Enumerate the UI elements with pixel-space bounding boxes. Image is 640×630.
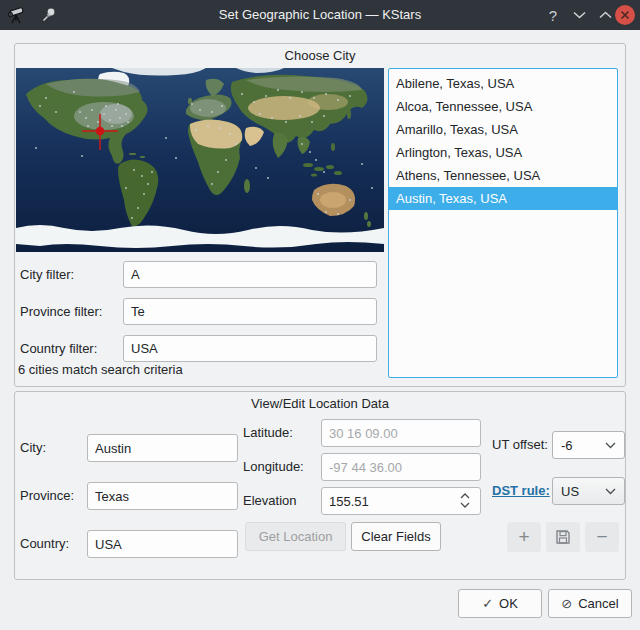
country-label: Country: — [20, 530, 69, 558]
help-button[interactable]: ? — [540, 0, 566, 30]
list-item[interactable]: Alcoa, Tennessee, USA — [389, 95, 617, 118]
city-input[interactable] — [87, 434, 238, 462]
clear-fields-button[interactable]: Clear Fields — [351, 522, 441, 551]
save-floppy-icon — [555, 529, 571, 545]
save-city-button[interactable] — [546, 522, 580, 552]
country-input[interactable] — [87, 530, 238, 558]
close-icon — [615, 5, 635, 25]
list-item[interactable]: Arlington, Texas, USA — [389, 141, 617, 164]
add-city-button[interactable]: + — [507, 522, 541, 552]
province-input[interactable] — [87, 482, 238, 510]
remove-city-button[interactable]: − — [585, 522, 619, 552]
city-filter-input[interactable] — [123, 261, 377, 288]
check-icon: ✓ — [482, 596, 493, 611]
ut-offset-combo[interactable]: -6 — [552, 431, 625, 459]
plus-icon: + — [518, 526, 529, 548]
dst-rule-link[interactable]: DST rule: — [492, 477, 547, 505]
minus-icon: − — [596, 526, 607, 548]
elevation-label: Elevation — [243, 487, 296, 515]
list-item[interactable]: Amarillo, Texas, USA — [389, 118, 617, 141]
country-filter-label: Country filter: — [20, 335, 97, 362]
longitude-input — [321, 453, 481, 481]
cancel-button[interactable]: ⊘ Cancel — [548, 589, 632, 618]
province-label: Province: — [20, 482, 74, 510]
cancel-slash-icon: ⊘ — [561, 596, 572, 611]
location-data-title: View/Edit Location Data — [14, 396, 626, 411]
province-filter-input[interactable] — [123, 298, 377, 325]
close-button[interactable] — [612, 0, 638, 30]
city-list[interactable]: Abilene, Texas, USA Alcoa, Tennessee, US… — [388, 68, 618, 378]
spinner-up-icon — [460, 493, 470, 499]
world-map[interactable] — [16, 68, 384, 252]
list-item[interactable]: Abilene, Texas, USA — [389, 72, 617, 95]
spinner-down-icon — [460, 502, 470, 508]
titlebar: Set Geographic Location — KStars ? — [0, 0, 640, 30]
province-filter-label: Province filter: — [20, 298, 102, 325]
ut-offset-label: UT offset: — [492, 431, 547, 459]
longitude-label: Longitude: — [243, 453, 304, 481]
dst-rule-combo[interactable]: US — [552, 477, 625, 505]
chevron-up-icon — [599, 11, 612, 19]
latitude-input — [321, 419, 481, 447]
ok-button[interactable]: ✓ OK — [458, 589, 542, 618]
chevron-down-icon — [573, 11, 586, 19]
city-filter-label: City filter: — [20, 261, 74, 288]
minimize-button[interactable] — [566, 0, 592, 30]
country-filter-input[interactable] — [123, 335, 377, 362]
elevation-spinner[interactable] — [460, 493, 470, 508]
latitude-label: Latitude: — [243, 419, 293, 447]
list-item-selected[interactable]: Austin, Texas, USA — [389, 187, 617, 210]
get-location-button: Get Location — [245, 522, 346, 551]
city-label: City: — [20, 434, 46, 462]
chevron-down-icon — [605, 488, 616, 495]
choose-city-title: Choose City — [14, 48, 626, 63]
elevation-input[interactable] — [321, 487, 481, 515]
help-icon: ? — [549, 7, 557, 24]
match-status: 6 cities match search criteria — [18, 362, 183, 377]
list-item[interactable]: Athens, Tennessee, USA — [389, 164, 617, 187]
chevron-down-icon — [605, 442, 616, 449]
